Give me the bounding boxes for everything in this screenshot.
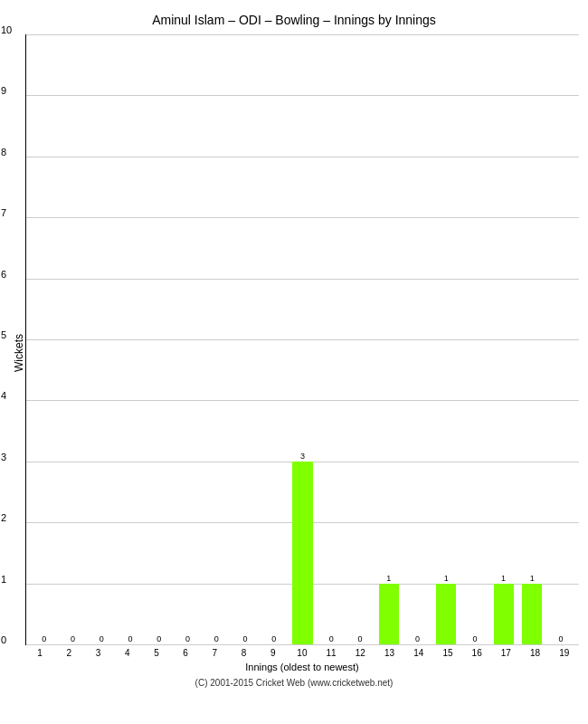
x-tick-label: 6 [171,645,200,658]
x-tick-label: 7 [200,645,229,658]
chart-area: Wickets 012345678910 0000000003001010110… [9,34,579,672]
bar-group: 0 [260,34,289,644]
x-tick-label: 3 [83,645,112,658]
x-tick-label: 8 [229,645,258,658]
y-tick-label: 1 [1,574,6,585]
bar-value-label: 1 [501,574,506,583]
y-tick-label: 9 [1,85,6,96]
y-axis-label: Wickets [9,34,25,672]
footer: (C) 2001-2015 Cricket Web (www.cricketwe… [195,678,394,688]
x-tick-label: 9 [259,645,288,658]
bar-group: 0 [116,34,145,644]
bar-group: 0 [231,34,260,644]
bar-value-label: 3 [300,452,305,461]
y-tick-label: 4 [1,390,6,401]
bar-group: 0 [403,34,432,644]
bar-group: 0 [346,34,375,644]
x-tick-label: 1 [25,645,54,658]
bar-value-label: 0 [472,634,477,643]
bar-value-label: 1 [386,574,391,583]
bar-group: 3 [289,34,318,644]
y-tick-label: 5 [1,329,6,340]
bars-container: 0000000003001010110 [26,34,579,644]
x-tick-label: 15 [433,645,462,658]
chart-inner: 012345678910 0000000003001010110 1234567… [25,34,579,672]
bar-value-label: 1 [530,574,535,583]
x-tick-label: 16 [462,645,491,658]
bar-value-label: 0 [128,634,133,643]
bar-group: 1 [517,34,546,644]
bar-value-label: 0 [329,634,334,643]
x-tick-label: 14 [404,645,433,658]
y-tick-label: 3 [1,452,6,462]
bar-value-label: 0 [42,634,46,643]
bar [494,584,514,644]
bar-group: 0 [460,34,489,644]
x-tick-label: 10 [288,645,317,658]
grid-and-bars: 012345678910 0000000003001010110 [25,34,579,645]
bar-value-label: 0 [71,634,75,643]
bar-group: 0 [30,34,59,644]
chart-container: Aminul Islam – ODI – Bowling – Innings b… [0,0,588,724]
y-tick-label: 10 [1,24,12,35]
bar-group: 1 [375,34,403,644]
y-tick-label: 7 [1,207,6,218]
bar-group: 0 [145,34,174,644]
x-tick-label: 18 [520,645,549,658]
bar [522,584,542,644]
x-tick-label: 13 [375,645,403,658]
bar-value-label: 0 [559,634,564,643]
x-tick-label: 19 [550,645,579,658]
x-tick-label: 11 [317,645,346,658]
bar-value-label: 0 [185,634,190,643]
x-axis-title: Innings (oldest to newest) [25,662,579,672]
bar-group: 1 [432,34,460,644]
bar-group: 1 [489,34,518,644]
bar-group: 0 [546,34,575,644]
bar [292,462,312,644]
x-tick-label: 17 [491,645,520,658]
bar-group: 0 [59,34,88,644]
y-tick-label: 2 [1,512,6,523]
x-tick-label: 5 [142,645,171,658]
y-tick-label: 0 [1,634,6,645]
chart-title: Aminul Islam – ODI – Bowling – Innings b… [152,13,436,27]
bar [379,584,399,644]
bar-value-label: 0 [271,634,276,643]
bar-value-label: 0 [100,634,104,643]
bar-group: 0 [202,34,231,644]
bar-group: 0 [174,34,203,644]
bar [436,584,456,644]
bar-value-label: 0 [243,634,248,643]
bar-group: 0 [317,34,346,644]
bar-value-label: 0 [214,634,219,643]
y-tick-label: 8 [1,147,6,157]
bar-value-label: 0 [415,634,420,643]
x-tick-label: 2 [54,645,83,658]
bar-value-label: 0 [156,634,161,643]
grid-line: 0 [26,644,579,645]
x-axis: 12345678910111213141516171819 [25,645,579,658]
bar-value-label: 1 [444,574,449,583]
bar-value-label: 0 [357,634,362,643]
x-tick-label: 4 [113,645,142,658]
y-tick-label: 6 [1,269,6,280]
x-tick-label: 12 [346,645,375,658]
bar-group: 0 [87,34,116,644]
